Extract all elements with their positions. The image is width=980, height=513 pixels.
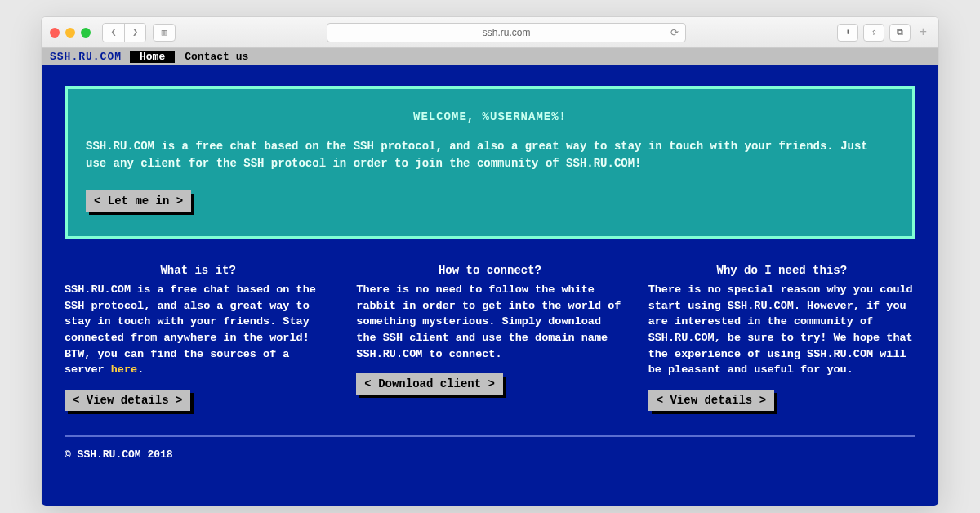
column-why: Why do I need this? There is no special … <box>648 262 915 411</box>
column-connect: How to connect? There is no need to foll… <box>356 262 623 411</box>
forward-button[interactable]: ❯ <box>124 24 145 42</box>
downloads-button[interactable]: ⬇ <box>837 24 858 42</box>
column-what: What is it? SSH.RU.COM is a free chat ba… <box>65 262 332 411</box>
toolbar-right: ⬇ ⇪ ⧉ + <box>837 24 930 42</box>
feature-columns: What is it? SSH.RU.COM is a free chat ba… <box>65 262 915 411</box>
site-logo[interactable]: SSH.RU.COM <box>42 51 130 63</box>
column-title: Why do I need this? <box>648 262 915 279</box>
reload-icon[interactable]: ⟳ <box>670 27 679 38</box>
view-details-button[interactable]: < View details > <box>65 390 190 411</box>
hero-panel: WELCOME, %USERNAME%! SSH.RU.COM is a fre… <box>65 86 915 239</box>
hero-text: SSH.RU.COM is a free chat based on the S… <box>86 138 894 172</box>
new-tab-button[interactable]: + <box>915 25 930 40</box>
close-window-button[interactable] <box>50 28 60 38</box>
sidebar-toggle-button[interactable]: ▥ <box>153 24 176 42</box>
page-body: SSH.RU.COM Home Contact us WELCOME, %USE… <box>42 48 938 506</box>
address-bar[interactable]: ssh.ru.com ⟳ <box>327 23 686 42</box>
sidebar-icon: ▥ <box>162 27 167 38</box>
browser-window: ❮ ❯ ▥ ssh.ru.com ⟳ ⬇ ⇪ ⧉ + SSH.RU.COM Ho… <box>41 16 939 506</box>
nav-home[interactable]: Home <box>130 51 175 63</box>
column-title: What is it? <box>65 262 332 279</box>
let-me-in-button[interactable]: < Let me in > <box>86 190 191 212</box>
column-body: There is no special reason why you could… <box>648 282 915 377</box>
source-link[interactable]: here <box>111 364 137 376</box>
maximize-window-button[interactable] <box>81 28 91 38</box>
tabs-button[interactable]: ⧉ <box>889 24 911 42</box>
column-body: There is no need to follow the white rab… <box>356 282 623 362</box>
browser-toolbar: ❮ ❯ ▥ ssh.ru.com ⟳ ⬇ ⇪ ⧉ + <box>42 17 938 48</box>
traffic-lights <box>50 28 91 38</box>
share-button[interactable]: ⇪ <box>863 24 884 42</box>
nav-contact[interactable]: Contact us <box>175 51 258 63</box>
url-text: ssh.ru.com <box>483 27 531 38</box>
download-client-button[interactable]: < Download client > <box>356 373 503 395</box>
column-title: How to connect? <box>356 262 623 279</box>
footer-text: © SSH.RU.COM 2018 <box>42 437 938 461</box>
back-button[interactable]: ❮ <box>103 24 124 42</box>
main-content: WELCOME, %USERNAME%! SSH.RU.COM is a fre… <box>42 65 938 411</box>
nav-buttons: ❮ ❯ <box>102 23 146 42</box>
site-nav: SSH.RU.COM Home Contact us <box>42 48 938 65</box>
column-body: SSH.RU.COM is a free chat based on the S… <box>65 282 332 377</box>
view-details-button-2[interactable]: < View details > <box>648 390 774 411</box>
hero-title: WELCOME, %USERNAME%! <box>86 110 894 123</box>
minimize-window-button[interactable] <box>65 28 75 38</box>
